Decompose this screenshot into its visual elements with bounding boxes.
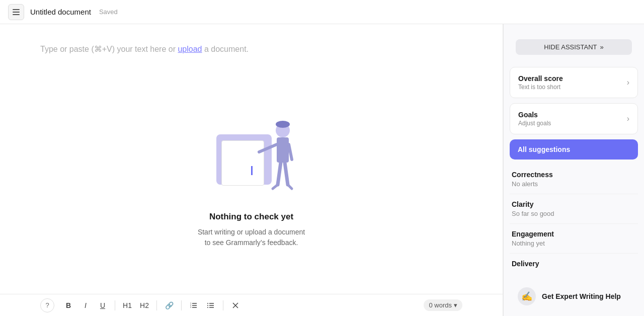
svg-rect-2 — [277, 137, 289, 163]
saved-label: Saved — [99, 8, 118, 16]
illustration — [206, 119, 297, 200]
editor-content[interactable]: Type or paste (⌘+V) your text here or up… — [0, 24, 503, 294]
svg-point-18 — [207, 303, 208, 304]
svg-point-19 — [207, 305, 208, 306]
app-container: Untitled document Saved Type or paste (⌘… — [0, 0, 644, 316]
link-button[interactable]: 🔗 — [162, 298, 176, 312]
bold-button[interactable]: B — [61, 298, 75, 312]
svg-line-6 — [285, 163, 288, 185]
hide-assistant-label: HIDE ASSISTANT — [544, 43, 597, 51]
expert-text: Get Expert Writing Help — [542, 292, 621, 300]
goals-subtitle: Adjust goals — [518, 120, 551, 127]
suggestion-engagement[interactable]: Engagement Nothing yet — [510, 224, 638, 254]
toolbar-divider-4 — [223, 300, 223, 310]
svg-point-1 — [276, 121, 290, 128]
all-suggestions-button[interactable]: All suggestions — [510, 139, 638, 160]
right-panel: HIDE ASSISTANT » Overall score Text is t… — [503, 24, 644, 316]
h1-button[interactable]: H1 — [120, 298, 134, 312]
toolbar-divider-1 — [115, 300, 115, 310]
svg-line-5 — [278, 163, 281, 185]
overall-score-chevron: › — [627, 78, 629, 87]
menu-button[interactable] — [8, 4, 24, 20]
word-count-pill[interactable]: 0 words ▾ — [424, 299, 462, 311]
expert-title: Get Expert Writing Help — [542, 292, 621, 300]
clarity-subtitle: So far so good — [512, 210, 636, 217]
word-count: 0 words — [429, 301, 452, 309]
unordered-list-button[interactable] — [204, 298, 218, 312]
toolbar-divider-3 — [181, 300, 182, 310]
overall-score-card[interactable]: Overall score Text is too short › — [510, 67, 638, 98]
get-expert-section[interactable]: ✍️ Get Expert Writing Help — [510, 281, 638, 311]
topbar: Untitled document Saved — [0, 0, 644, 24]
suggestion-clarity[interactable]: Clarity So far so good — [510, 194, 638, 224]
hide-assistant-button[interactable]: HIDE ASSISTANT » — [516, 39, 632, 55]
h2-button[interactable]: H2 — [137, 298, 151, 312]
goals-left: Goals Adjust goals — [518, 111, 551, 127]
expert-icon: ✍️ — [518, 287, 536, 305]
center-illustration: Nothing to check yet Start writing or up… — [40, 84, 462, 283]
word-count-arrow: ▾ — [454, 301, 457, 309]
nothing-desc: Start writing or upload a document to se… — [198, 227, 305, 248]
svg-line-4 — [289, 144, 292, 160]
underline-button[interactable]: U — [96, 298, 110, 312]
main-layout: Type or paste (⌘+V) your text here or up… — [0, 24, 644, 316]
overall-score-left: Overall score Text is too short — [518, 74, 563, 91]
overall-score-subtitle: Text is too short — [518, 84, 563, 91]
goals-card[interactable]: Goals Adjust goals › — [510, 103, 638, 134]
svg-text:3: 3 — [190, 306, 192, 308]
editor-placeholder: Type or paste (⌘+V) your text here or up… — [40, 45, 249, 53]
editor-toolbar: ? B I U H1 H2 🔗 123 — [0, 294, 503, 316]
clear-format-button[interactable] — [228, 298, 243, 312]
placeholder-line: Type or paste (⌘+V) your text here or up… — [40, 44, 462, 54]
correctness-subtitle: No alerts — [512, 180, 636, 188]
overall-score-title: Overall score — [518, 74, 563, 83]
nothing-title: Nothing to check yet — [209, 212, 293, 222]
goals-chevron: › — [627, 114, 629, 123]
person-svg — [252, 119, 297, 200]
goals-title: Goals — [518, 111, 551, 119]
upload-link[interactable]: upload — [178, 45, 202, 53]
help-button[interactable]: ? — [40, 298, 54, 312]
svg-line-3 — [259, 144, 277, 152]
engagement-title: Engagement — [512, 230, 636, 238]
engagement-subtitle: Nothing yet — [512, 240, 636, 247]
italic-button[interactable]: I — [78, 298, 93, 312]
plagiarism-section[interactable]: 🔍 Plagiarism — [510, 311, 638, 316]
delivery-title: Delivery — [512, 260, 636, 268]
menu-icon — [13, 9, 20, 15]
suggestion-section: Correctness No alerts Clarity So far so … — [510, 165, 638, 275]
suggestion-correctness[interactable]: Correctness No alerts — [510, 165, 638, 194]
editor-area: Type or paste (⌘+V) your text here or up… — [0, 24, 503, 316]
svg-point-20 — [207, 307, 208, 308]
doc-title: Untitled document — [30, 8, 91, 16]
suggestion-delivery[interactable]: Delivery — [510, 254, 638, 275]
svg-line-7 — [273, 185, 278, 189]
correctness-title: Correctness — [512, 171, 636, 179]
ordered-list-button[interactable]: 123 — [187, 298, 201, 312]
clarity-title: Clarity — [512, 200, 636, 208]
hide-assistant-arrow: » — [600, 43, 604, 51]
toolbar-divider-2 — [156, 300, 157, 310]
svg-line-8 — [288, 185, 292, 189]
